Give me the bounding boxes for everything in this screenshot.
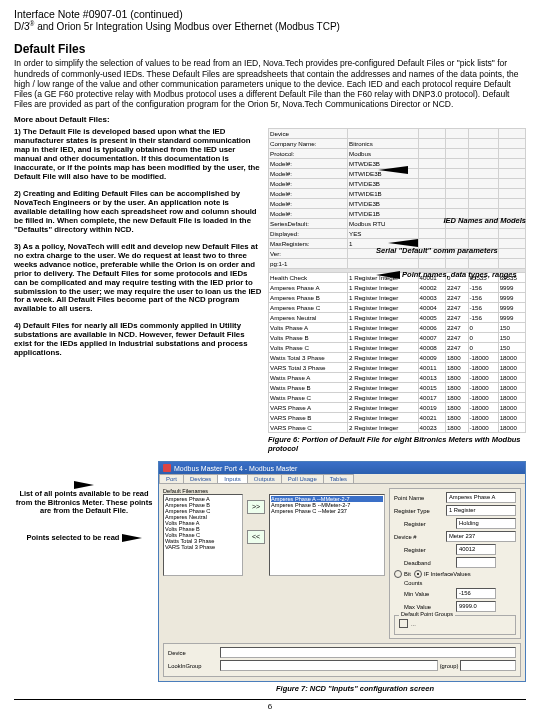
- lower-device-label: Device: [168, 650, 220, 656]
- meta-row: pg:1-1: [269, 259, 526, 269]
- figure6-caption: Figure 6: Portion of Default File for ei…: [268, 435, 526, 453]
- tab-strip: PortDevicesInputsOutputsPoll UsageTables: [159, 474, 525, 484]
- arrow-icon: [74, 481, 94, 489]
- annotation-serial-params: Serial "Default" comm parameters: [376, 246, 526, 255]
- para-1: 1) The Default File is developed based u…: [14, 128, 262, 182]
- radio-ifvals[interactable]: [414, 570, 422, 578]
- device-field[interactable]: Meter 237: [446, 531, 516, 542]
- table-row: VARS Phase C2 Register Integer400231800-…: [269, 423, 526, 433]
- table-row: VARS Total 3 Phase2 Register Integer4001…: [269, 363, 526, 373]
- available-points-list[interactable]: Amperes Phase AAmperes Phase BAmperes Ph…: [163, 494, 243, 576]
- para-4: 4) Default Files for nearly all IEDs com…: [14, 322, 262, 358]
- para-3: 3) As a policy, NovaTech will edit and d…: [14, 243, 262, 315]
- selected-points-list[interactable]: Amperes Phase A --MMeter-2-7Amperes Phas…: [269, 494, 385, 576]
- deadband-field[interactable]: [456, 557, 496, 568]
- maxv-field[interactable]: 9999.0: [456, 601, 496, 612]
- tab-outputs[interactable]: Outputs: [247, 474, 282, 483]
- lower-lookin-label: LookInGroup: [168, 663, 220, 669]
- table-row: Volts Phase C1 Register Integer400082247…: [269, 343, 526, 353]
- meta-row: Company Name:Bitronics: [269, 139, 526, 149]
- table-row: Amperes Phase B1 Register Integer4000322…: [269, 293, 526, 303]
- meta-row: Displayed:YES: [269, 229, 526, 239]
- pointname-field[interactable]: Amperes Phase A: [446, 492, 516, 503]
- register-field[interactable]: 40012: [456, 544, 496, 555]
- meta-row: Protocol:Modbus: [269, 149, 526, 159]
- radio-bit[interactable]: [394, 570, 402, 578]
- ncd-config-window: Modbus Master Port 4 - Modbus Master Por…: [158, 461, 526, 682]
- table-row: Amperes Neutral1 Register Integer4000522…: [269, 313, 526, 323]
- register-label: Register: [404, 547, 456, 553]
- point-properties-panel: Point NameAmperes Phase A Register Type1…: [389, 488, 521, 639]
- lower-device-field[interactable]: [220, 647, 516, 658]
- device-label: Device #: [394, 534, 446, 540]
- add-button[interactable]: >>: [247, 500, 265, 514]
- doc-title: Interface Note #0907-01 (continued): [14, 8, 526, 20]
- meta-row: Device: [269, 129, 526, 139]
- tab-pollusage[interactable]: Poll Usage: [281, 474, 324, 483]
- table-row: Watts Phase B2 Register Integer400151800…: [269, 383, 526, 393]
- reg-label: Register: [404, 521, 456, 527]
- minv-field[interactable]: -156: [456, 588, 496, 599]
- remove-button[interactable]: <<: [247, 530, 265, 544]
- arrow-icon: [378, 166, 408, 174]
- callout-available-points: List of all points available to be read …: [14, 481, 154, 516]
- table-row: VARS Phase A2 Register Integer400191800-…: [269, 403, 526, 413]
- pointname-label: Point Name: [394, 495, 446, 501]
- window-titlebar: Modbus Master Port 4 - Modbus Master: [159, 462, 525, 474]
- lower-group-field[interactable]: [460, 660, 516, 671]
- maxv-label: Max Value: [404, 604, 456, 610]
- table-row: Volts Phase A1 Register Integer400062247…: [269, 323, 526, 333]
- arrow-icon: [122, 534, 142, 542]
- para-2: 2) Creating and Editing Default Files ca…: [14, 190, 262, 235]
- group-title: Default Point Groups: [399, 611, 455, 617]
- page-number: 6: [14, 702, 526, 711]
- lower-lookin-field[interactable]: [220, 660, 438, 671]
- table-row: Amperes Phase C1 Register Integer4000422…: [269, 303, 526, 313]
- table-row: Watts Phase C2 Register Integer400171800…: [269, 393, 526, 403]
- callout-selected-points: Points selected to be read: [14, 534, 154, 543]
- list-item[interactable]: Amperes Phase C --Meter 237: [271, 508, 383, 514]
- tab-inputs[interactable]: Inputs: [217, 474, 247, 483]
- annotation-point-names: Point names, data types, ranges: [402, 270, 517, 279]
- subsection-heading: More about Default Files:: [14, 115, 526, 124]
- table-row: VARS Phase B2 Register Integer400211800-…: [269, 413, 526, 423]
- deadband-label: Deadband: [404, 560, 456, 566]
- arrow-icon: [376, 271, 400, 279]
- annotation-ied-names: IED Names and Models: [443, 216, 526, 225]
- minv-label: Min Value: [404, 591, 456, 597]
- meta-row: Model#:MTWIDE1B: [269, 189, 526, 199]
- table-row: Volts Phase B1 Register Integer400072247…: [269, 333, 526, 343]
- intro-paragraph: In order to simplify the selection of va…: [14, 58, 526, 109]
- tab-tables[interactable]: Tables: [323, 474, 354, 483]
- tab-devices[interactable]: Devices: [183, 474, 218, 483]
- table-row: Amperes Phase A1 Register Integer4000222…: [269, 283, 526, 293]
- regtype-field[interactable]: 1 Register: [446, 505, 516, 516]
- meta-row: Model#:MTVIDE3B: [269, 199, 526, 209]
- section-heading: Default Files: [14, 42, 526, 56]
- table-row: Watts Phase A2 Register Integer400131800…: [269, 373, 526, 383]
- figure7-caption: Figure 7: NCD "Inputs" configuration scr…: [184, 684, 526, 693]
- app-icon: [163, 464, 171, 472]
- tab-port[interactable]: Port: [159, 474, 184, 483]
- footer-rule: [14, 699, 526, 700]
- window-title: Modbus Master Port 4 - Modbus Master: [174, 465, 297, 472]
- regtype-label: Register Type: [394, 508, 446, 514]
- reg-field[interactable]: Holding: [456, 518, 516, 529]
- list-item[interactable]: VARS Total 3 Phase: [165, 544, 241, 550]
- table-row: Watts Total 3 Phase2 Register Integer400…: [269, 353, 526, 363]
- checkbox[interactable]: [399, 619, 408, 628]
- doc-subtitle: D/3® and Orion 5r Integration Using Modb…: [14, 20, 526, 32]
